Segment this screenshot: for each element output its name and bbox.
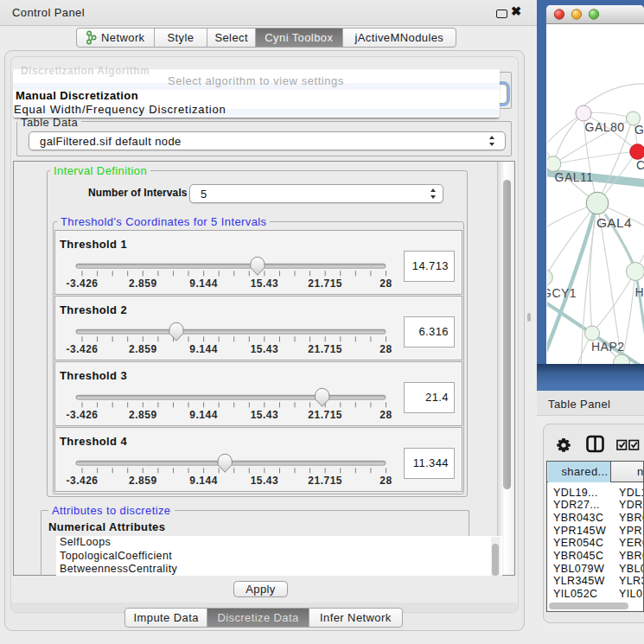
svg-text:15.43: 15.43 <box>251 409 279 421</box>
svg-text:28: 28 <box>379 277 392 290</box>
svg-text:GAL11: GAL11 <box>555 170 594 184</box>
svg-text:21.715: 21.715 <box>308 343 342 355</box>
svg-text:GCY1: GCY1 <box>547 286 577 300</box>
svg-text:-3.426: -3.426 <box>66 277 98 290</box>
svg-text:HAP2: HAP2 <box>591 340 625 354</box>
svg-text:2.859: 2.859 <box>129 475 157 487</box>
svg-text:HI: HI <box>635 285 644 299</box>
svg-text:-3.426: -3.426 <box>66 409 98 421</box>
svg-text:15.43: 15.43 <box>251 277 279 290</box>
svg-text:-3.426: -3.426 <box>66 475 98 487</box>
svg-text:28: 28 <box>379 343 392 355</box>
svg-text:21.715: 21.715 <box>308 409 342 421</box>
svg-text:GA: GA <box>634 123 644 137</box>
svg-text:GAL4: GAL4 <box>596 215 632 230</box>
svg-text:GAL80: GAL80 <box>585 120 625 134</box>
svg-text:15.43: 15.43 <box>251 475 279 487</box>
svg-text:9.144: 9.144 <box>189 277 218 290</box>
svg-text:21.715: 21.715 <box>308 475 342 487</box>
svg-text:21.715: 21.715 <box>308 277 342 290</box>
svg-text:9.144: 9.144 <box>189 343 218 355</box>
svg-text:2.859: 2.859 <box>129 409 157 421</box>
svg-text:28: 28 <box>379 475 392 487</box>
svg-text:15.43: 15.43 <box>251 343 279 355</box>
svg-text:-3.426: -3.426 <box>66 343 98 355</box>
svg-text:C: C <box>636 158 644 172</box>
svg-text:2.859: 2.859 <box>129 277 157 290</box>
svg-text:28: 28 <box>379 409 392 421</box>
svg-text:9.144: 9.144 <box>189 409 218 421</box>
svg-text:2.859: 2.859 <box>129 343 157 355</box>
svg-text:9.144: 9.144 <box>189 475 218 487</box>
